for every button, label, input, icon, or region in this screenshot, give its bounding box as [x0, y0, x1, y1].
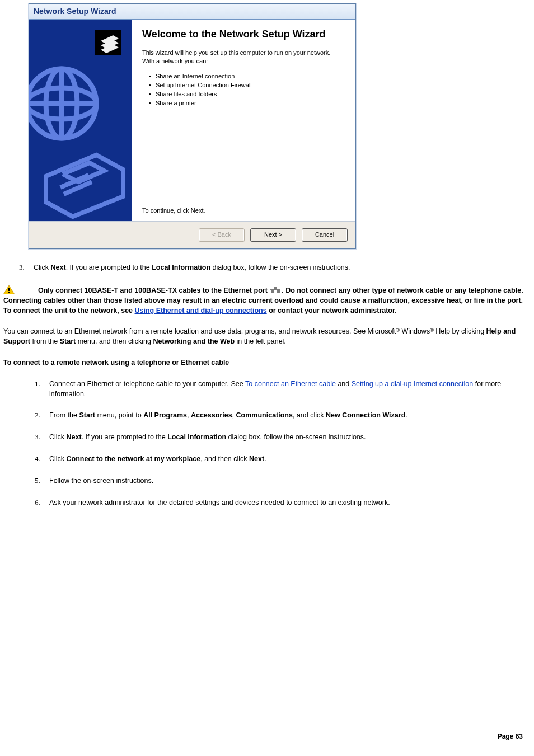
step-number: 3. — [19, 262, 29, 273]
svg-rect-19 — [277, 290, 280, 293]
svg-rect-15 — [8, 292, 10, 293]
step-number: 6. — [35, 497, 45, 508]
step-number: 2. — [35, 410, 45, 421]
step2-4: 4. Click Connect to the network at my wo… — [35, 454, 531, 464]
step2-5: 5. Follow the on-screen instructions. — [35, 476, 531, 486]
network-setup-wizard-dialog: Network Setup Wizard — [29, 3, 356, 249]
svg-rect-18 — [271, 290, 274, 293]
cancel-button[interactable]: Cancel — [302, 228, 348, 242]
wizard-main-panel: Welcome to the Network Setup Wizard This… — [132, 20, 355, 221]
dialup-setup-link[interactable]: Setting up a dial-up Internet connection — [352, 380, 474, 388]
connect-ethernet-link[interactable]: To connect an Ethernet cable — [245, 380, 336, 388]
ethernet-port-icon — [270, 286, 280, 292]
step-text: Click Next. If you are prompted to the L… — [34, 262, 531, 273]
wizard-intro: This wizard will help you set up this co… — [142, 49, 343, 65]
wizard-feature-list: Share an Internet connection Set up Inte… — [149, 72, 343, 108]
wizard-feature-item: Set up Internet Connection Firewall — [149, 81, 343, 90]
step2-3: 3. Click Next. If you are prompted to th… — [35, 432, 531, 443]
warning-block: Only connect 10BASE-T and 100BASE-TX cab… — [3, 285, 531, 316]
svg-rect-14 — [8, 288, 10, 291]
next-button[interactable]: Next > — [250, 228, 296, 242]
back-button: < Back — [199, 228, 245, 242]
step-number: 5. — [35, 476, 45, 486]
step-number: 3. — [35, 432, 45, 443]
step-3: 3. Click Next. If you are prompted to th… — [19, 262, 531, 273]
wizard-feature-item: Share a printer — [149, 99, 343, 108]
step2-2: 2. From the Start menu, point to All Pro… — [35, 410, 531, 421]
wizard-feature-item: Share files and folders — [149, 90, 343, 99]
remote-network-steps: 1. Connect an Ethernet or telephone cabl… — [19, 379, 531, 508]
svg-rect-16 — [270, 289, 280, 290]
step-number: 1. — [35, 379, 45, 399]
warning-icon — [3, 285, 15, 294]
wizard-body: Welcome to the Network Setup Wizard This… — [29, 20, 355, 222]
svg-rect-17 — [274, 287, 277, 289]
step2-6: 6. Ask your network administrator for th… — [35, 497, 531, 508]
wizard-side-art — [29, 20, 132, 221]
step-number: 4. — [35, 454, 45, 464]
wizard-side-panel — [29, 20, 132, 221]
remote-connect-paragraph: You can connect to an Ethernet network f… — [3, 326, 531, 346]
wizard-feature-item: Share an Internet connection — [149, 72, 343, 81]
wizard-heading: Welcome to the Network Setup Wizard — [142, 29, 343, 41]
step2-1: 1. Connect an Ethernet or telephone cabl… — [35, 379, 531, 399]
wizard-title: Network Setup Wizard — [34, 7, 116, 16]
wizard-continue-text: To continue, click Next. — [142, 184, 343, 215]
ethernet-dialup-link[interactable]: Using Ethernet and dial-up connections — [135, 307, 267, 314]
wizard-button-row: < Back Next > Cancel — [29, 222, 355, 248]
wizard-titlebar: Network Setup Wizard — [29, 4, 355, 20]
remote-network-heading: To connect to a remote network using a t… — [3, 358, 531, 368]
